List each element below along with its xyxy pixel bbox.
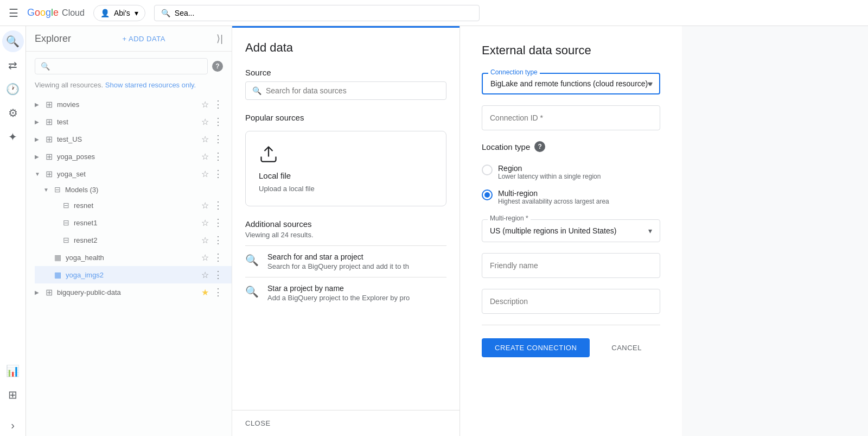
tree-item-movies[interactable]: ▶ ⊞ movies ☆ ⋮ (26, 96, 232, 113)
global-search[interactable]: 🔍 (154, 5, 480, 21)
explorer-title: Explorer (35, 33, 71, 45)
popular-section-title: Popular sources (232, 109, 459, 127)
tree-item-test[interactable]: ▶ ⊞ test ☆ ⋮ (26, 113, 232, 130)
more-yoga-set[interactable]: ⋮ (213, 168, 223, 180)
star-resnet[interactable]: ☆ (201, 200, 209, 211)
close-button[interactable]: CLOSE (245, 419, 271, 427)
collapse-button[interactable]: ⟩| (216, 33, 223, 45)
tree-label-bigquery-public: bigquery-public-data (57, 288, 199, 296)
explorer-search-box[interactable]: 🔍 (35, 58, 208, 74)
multiregion-chevron: ▾ (648, 226, 652, 235)
explorer-search-input[interactable] (54, 62, 202, 71)
source-search-project[interactable]: 🔍 Search for and star a project Search f… (245, 245, 446, 277)
explorer-header: Explorer + ADD DATA ⟩| (26, 26, 232, 52)
star-resnet2[interactable]: ☆ (201, 235, 209, 245)
more-resnet1[interactable]: ⋮ (213, 217, 223, 229)
tree-item-yoga-imgs2[interactable]: ▦ yoga_imgs2 ☆ ⋮ (35, 266, 232, 283)
connection-type-value: BigLake and remote functions (cloud reso… (490, 79, 648, 88)
tree-label-test: test (57, 118, 199, 126)
nav-grid[interactable]: ⊞ (2, 384, 24, 406)
search-icon: 🔍 (161, 9, 170, 17)
friendly-name-input[interactable] (482, 253, 660, 278)
search-project-text: Search for and star a project Search for… (267, 252, 409, 270)
description-input[interactable] (482, 289, 660, 314)
star-yoga-set[interactable]: ☆ (201, 169, 209, 179)
nav-expand[interactable]: › (2, 414, 24, 436)
google-cloud-logo: Google Cloud (27, 7, 85, 18)
tree-label-resnet1: resnet1 (74, 219, 199, 227)
more-movies[interactable]: ⋮ (213, 98, 223, 110)
star-bigquery-public[interactable]: ★ (201, 287, 209, 298)
star-test-us[interactable]: ☆ (201, 134, 209, 144)
nav-history[interactable]: 🕐 (2, 78, 24, 100)
connection-type-field[interactable]: Connection type BigLake and remote funct… (482, 73, 660, 94)
tree-item-models[interactable]: ▼ ⊟ Models (3) (35, 182, 232, 197)
multiregion-option[interactable]: Multi-region Highest availability across… (482, 186, 660, 208)
source-section-title: Source (232, 64, 459, 81)
project-name: Abi's (114, 9, 130, 17)
star-yoga-poses[interactable]: ☆ (201, 151, 209, 162)
tree-label-yoga-set: yoga_set (57, 170, 199, 178)
local-file-icon (259, 144, 278, 167)
multiregion-value: US (multiple regions in United States) (490, 226, 616, 235)
nav-search[interactable]: 🔍 (2, 30, 24, 52)
star-test[interactable]: ☆ (201, 117, 209, 127)
explorer-help-icon[interactable]: ? (212, 61, 223, 72)
tree-item-resnet2[interactable]: ⊟ resnet2 ☆ ⋮ (43, 231, 232, 249)
tree-item-yoga-poses[interactable]: ▶ ⊞ yoga_poses ☆ ⋮ (26, 148, 232, 165)
additional-desc: Viewing all 24 results. (245, 231, 446, 239)
more-test-us[interactable]: ⋮ (213, 133, 223, 145)
more-resnet[interactable]: ⋮ (213, 199, 223, 211)
more-test[interactable]: ⋮ (213, 116, 223, 128)
add-data-button[interactable]: + ADD DATA (123, 35, 165, 43)
tree-label-yoga-poses: yoga_poses (57, 153, 199, 161)
region-radio[interactable] (482, 165, 493, 175)
star-yoga-imgs2[interactable]: ☆ (201, 270, 209, 280)
tree-item-resnet[interactable]: ⊟ resnet ☆ ⋮ (43, 197, 232, 214)
search-project-title: Search for and star a project (267, 252, 409, 261)
progress-bar (232, 26, 459, 28)
source-search-input[interactable] (266, 86, 439, 95)
source-star-project[interactable]: 🔍 Star a project by name Add a BigQuery … (245, 277, 446, 308)
add-data-panel: Add data Source 🔍 Popular sources Local … (232, 26, 460, 436)
project-selector[interactable]: 👤 Abi's ▾ (93, 5, 145, 21)
tree-label-resnet: resnet (74, 201, 199, 210)
hamburger-icon[interactable]: ☰ (9, 7, 18, 20)
create-connection-button[interactable]: CREATE CONNECTION (482, 338, 590, 357)
additional-section: Additional sources Viewing all 24 result… (232, 211, 459, 313)
global-search-input[interactable] (175, 9, 473, 17)
local-file-card[interactable]: Local file Upload a local file (245, 131, 446, 206)
more-yoga-imgs2[interactable]: ⋮ (213, 269, 223, 281)
star-resnet1[interactable]: ☆ (201, 218, 209, 228)
nav-analytics[interactable]: 📊 (2, 360, 24, 382)
tree-item-resnet1[interactable]: ⊟ resnet1 ☆ ⋮ (43, 214, 232, 231)
multiregion-radio[interactable] (482, 189, 493, 200)
source-search[interactable]: 🔍 (245, 81, 446, 100)
tree-item-yoga-set[interactable]: ▼ ⊞ yoga_set ☆ ⋮ (26, 165, 232, 182)
connection-id-input[interactable] (482, 105, 660, 130)
cancel-button[interactable]: CANCEL (598, 338, 655, 357)
nav-compose[interactable]: ✦ (2, 126, 24, 148)
region-option[interactable]: Region Lower latency within a single reg… (482, 161, 660, 184)
tree-label-yoga-health: yoga_health (66, 254, 199, 262)
more-resnet2[interactable]: ⋮ (213, 234, 223, 246)
nav-filter[interactable]: ⇄ (2, 54, 24, 76)
nav-settings[interactable]: ⚙ (2, 102, 24, 124)
location-type-help[interactable]: ? (534, 141, 545, 152)
more-yoga-poses[interactable]: ⋮ (213, 150, 223, 162)
more-bigquery-public[interactable]: ⋮ (213, 286, 223, 298)
tree-label-test-us: test_US (57, 135, 199, 143)
more-yoga-health[interactable]: ⋮ (213, 251, 223, 263)
tree-item-yoga-health[interactable]: ▦ yoga_health ☆ ⋮ (35, 249, 232, 266)
tree-arrow-movies: ▶ (35, 102, 43, 108)
search-project-icon: 🔍 (245, 254, 259, 267)
search-icon: 🔍 (41, 62, 50, 71)
show-starred-link[interactable]: Show starred resources only. (105, 81, 196, 89)
tree-item-bigquery-public[interactable]: ▶ ⊞ bigquery-public-data ★ ⋮ (26, 283, 232, 301)
multiregion-label: Multi-region (498, 189, 609, 198)
star-movies[interactable]: ☆ (201, 99, 209, 110)
star-project-desc: Add a BigQuery project to the Explorer b… (267, 294, 410, 302)
star-yoga-health[interactable]: ☆ (201, 252, 209, 263)
panel-footer: CLOSE (232, 410, 459, 436)
tree-item-test-us[interactable]: ▶ ⊞ test_US ☆ ⋮ (26, 130, 232, 148)
